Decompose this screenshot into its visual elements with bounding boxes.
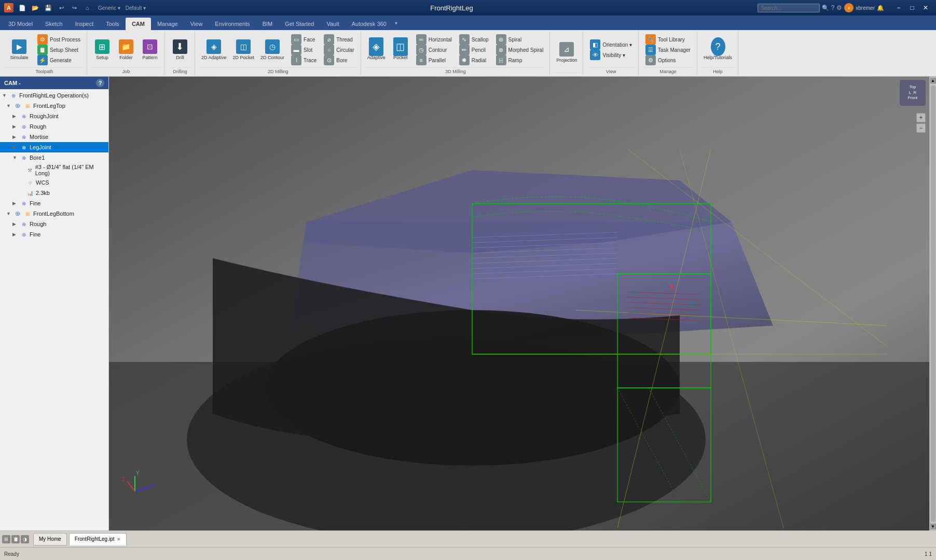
tree-root[interactable]: ▼ ⊕ FrontRightLeg Operation(s) — [0, 90, 108, 101]
pattern-button[interactable]: ⊡ Pattern — [139, 34, 161, 65]
2dpocket-button[interactable]: ◫ 2D Pocket — [230, 34, 257, 65]
more-tabs-btn[interactable]: ▾ — [395, 20, 397, 26]
frontlegtop-label: FrontLegTop — [33, 103, 65, 109]
tab-inspect[interactable]: Inspect — [69, 18, 100, 30]
setup-sheet-button[interactable]: 📋 Setup Sheet — [34, 45, 84, 55]
svg-text:Y: Y — [136, 470, 140, 476]
orientation-button[interactable]: ◧ Orientation ▾ — [587, 39, 635, 50]
2dcontour-button[interactable]: ◷ 2D Contour — [258, 34, 287, 65]
tab-view[interactable]: View — [184, 18, 209, 30]
3d-viewport[interactable]: X Y Z Top LR Front + − ▲ ▼ — [109, 77, 936, 530]
tree-frontlegbottom[interactable]: ▼ ⊕ ⊞ FrontLegBottom — [0, 208, 108, 219]
horizontal-button[interactable]: ═ Horizontal — [413, 34, 455, 45]
tab-3dmodel[interactable]: 3D Model — [2, 18, 39, 30]
toggle-view-icon[interactable]: ◑ — [21, 535, 29, 543]
tab-frontrightleg-label: FrontRightLeg.ipt — [75, 536, 115, 542]
cam-panel-help-icon[interactable]: ? — [96, 79, 104, 87]
tree-fine[interactable]: ▶ ⊕ Fine — [0, 198, 108, 208]
trace-button[interactable]: ⌇ Trace — [288, 55, 320, 65]
tab-autodesk360[interactable]: Autodesk 360 — [346, 18, 393, 30]
tab-getstarted[interactable]: Get Started — [279, 18, 320, 30]
spiral-button[interactable]: ⊛ Spiral — [493, 34, 547, 45]
tab-vault[interactable]: Vault — [320, 18, 345, 30]
settings-icon[interactable]: ⚙ — [836, 4, 842, 11]
simulate-button[interactable]: ▶ Simulate — [5, 34, 33, 65]
tab-manage[interactable]: Manage — [151, 18, 184, 30]
tab-myhome[interactable]: My Home — [33, 533, 67, 545]
zoom-out-button[interactable]: − — [916, 123, 926, 133]
close-button[interactable]: ✕ — [919, 3, 932, 13]
undo-btn[interactable]: ↩ — [56, 3, 67, 13]
size-label: 2.3kb — [36, 190, 50, 196]
ramp-button[interactable]: ⌸ Ramp — [493, 55, 547, 65]
tab-sketch[interactable]: Sketch — [39, 18, 69, 30]
folder-button[interactable]: 📁 Folder — [115, 34, 137, 65]
user-avatar[interactable]: x — [844, 3, 854, 12]
tree-size[interactable]: 📊 2.3kb — [0, 188, 108, 198]
parallel-button[interactable]: ≡ Parallel — [413, 55, 455, 65]
sheet-view-icon[interactable]: 📋 — [11, 535, 20, 543]
drill-button[interactable]: ⬇ Drill — [169, 34, 191, 65]
search-icon[interactable]: 🔍 — [822, 5, 829, 11]
scroll-up-arrow[interactable]: ▲ — [930, 78, 936, 83]
2dadaptive-button[interactable]: ◈ 2D Adaptive — [199, 34, 229, 65]
tree-fine2[interactable]: ▶ ⊕ Fine — [0, 229, 108, 240]
new-btn[interactable]: 📄 — [17, 3, 28, 13]
slot-button[interactable]: ▬ Slot — [288, 45, 320, 55]
setup-button[interactable]: ⊞ Setup — [91, 34, 114, 65]
scroll-down-arrow[interactable]: ▼ — [930, 524, 936, 529]
tab-frontrightleg[interactable]: FrontRightLeg.ipt ✕ — [69, 533, 127, 545]
tab-cam[interactable]: CAM — [126, 18, 151, 30]
contour-button[interactable]: ◷ Contour — [413, 45, 455, 55]
pocket-button[interactable]: ◫ Pocket — [389, 34, 412, 65]
options-button[interactable]: ⚙ Options — [642, 55, 694, 65]
tree-mortise[interactable]: ▶ ⊕ Mortise — [0, 132, 108, 142]
viewport-scrollbar-right[interactable]: ▲ ▼ — [929, 77, 936, 530]
open-btn[interactable]: 📂 — [30, 3, 41, 13]
model-view-icon[interactable]: ⊞ — [2, 535, 10, 543]
title-bar-left: A 📄 📂 💾 ↩ ↪ ⌂ Generic ▾ Default ▾ — [4, 3, 146, 13]
tree-frontlegtop[interactable]: ▼ ⊕ ⊞ FrontLegTop — [0, 101, 108, 111]
post-process-button[interactable]: ⚙ Post Process — [34, 34, 84, 45]
tree-roughjoint[interactable]: ▶ ⊕ RoughJoint — [0, 111, 108, 121]
global-search[interactable] — [758, 4, 820, 12]
pattern-icon: ⊡ — [143, 39, 157, 54]
zoom-controls: + − — [916, 113, 926, 133]
face-button[interactable]: ▭ Face — [288, 34, 320, 45]
tree-tool3[interactable]: ⚒ #3 - Ø1/4" flat (1/4" EM Long) — [0, 163, 108, 177]
bore-button[interactable]: ⊙ Bore — [321, 55, 357, 65]
tab-tools[interactable]: Tools — [100, 18, 126, 30]
tree-rough2[interactable]: ▶ ⊕ Rough — [0, 219, 108, 229]
tree-legjoint[interactable]: ▶ ⊕ LegJoint — [0, 142, 108, 152]
projection-button[interactable]: ⊿ Projection — [554, 37, 580, 68]
save-btn[interactable]: 💾 — [43, 3, 54, 13]
tab-bim[interactable]: BIM — [256, 18, 279, 30]
redo-btn[interactable]: ↪ — [68, 3, 80, 13]
radial-button[interactable]: ✱ Radial — [456, 55, 492, 65]
zoom-in-button[interactable]: + — [916, 113, 926, 122]
task-manager-button[interactable]: ☰ Task Manager — [642, 45, 694, 55]
thread-button[interactable]: ⌀ Thread — [321, 34, 357, 45]
scallop-button[interactable]: ∿ Scallop — [456, 34, 492, 45]
tree-wcs[interactable]: ⊹ WCS — [0, 177, 108, 188]
tool-library-button[interactable]: 🔧 Tool Library — [642, 34, 694, 45]
pencil-button[interactable]: ✏ Pencil — [456, 45, 492, 55]
adaptive-button[interactable]: ◈ Adaptive — [365, 34, 388, 65]
visibility-button[interactable]: 👁 Visibility ▾ — [587, 50, 635, 60]
nav-cube[interactable]: Top LR Front — [900, 80, 926, 106]
expand-fine2: ▶ — [12, 232, 19, 237]
help-tutorials-button[interactable]: ? Help/Tutorials — [701, 34, 735, 65]
minimize-button[interactable]: − — [892, 3, 905, 13]
morphedspiral-button[interactable]: ⊗ Morphed Spiral — [493, 45, 547, 55]
tab-environments[interactable]: Environments — [209, 18, 256, 30]
maximize-button[interactable]: □ — [906, 3, 918, 13]
help-icon[interactable]: ? — [831, 4, 835, 11]
tab-frontrightleg-close[interactable]: ✕ — [117, 537, 121, 542]
view-buttons: ◧ Orientation ▾ 👁 Visibility ▾ — [587, 32, 635, 67]
generate-button[interactable]: ⚡ Generate — [34, 55, 84, 65]
tree-bore1[interactable]: ▼ ⊕ Bore1 — [0, 152, 108, 163]
tree-rough[interactable]: ▶ ⊕ Rough — [0, 121, 108, 132]
circular-button[interactable]: ○ Circular — [321, 45, 357, 55]
notifications-icon[interactable]: 🔔 — [877, 5, 884, 11]
home-btn[interactable]: ⌂ — [81, 3, 93, 13]
